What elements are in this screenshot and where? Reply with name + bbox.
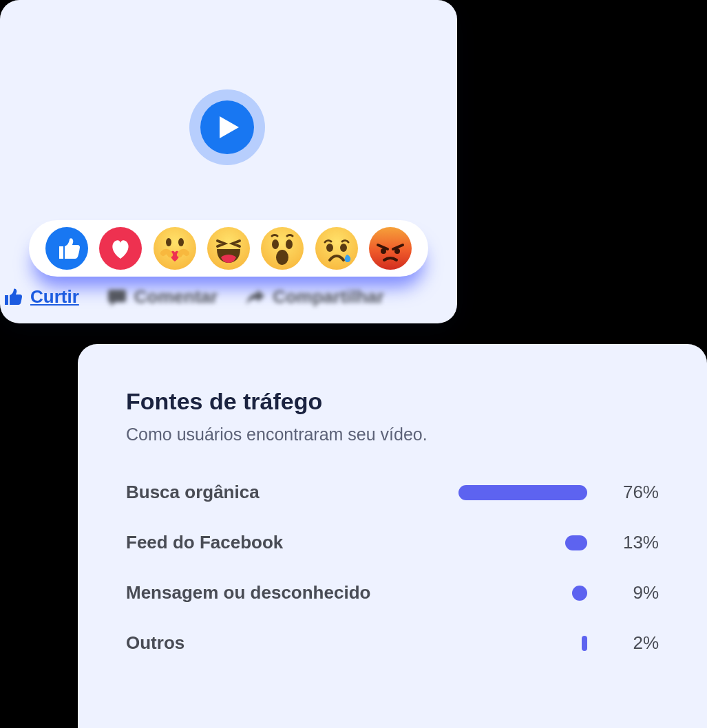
traffic-bar [418, 586, 587, 601]
traffic-bar-fill [582, 636, 587, 651]
angry-reaction-icon [369, 227, 412, 270]
svg-point-4 [178, 238, 184, 246]
reaction-like[interactable] [45, 227, 88, 270]
reaction-wow[interactable] [261, 227, 304, 270]
svg-point-7 [272, 239, 279, 249]
traffic-bar [418, 535, 587, 550]
comment-action-label: Comentar [134, 286, 218, 308]
traffic-row-label: Outros [126, 632, 401, 654]
traffic-bar [418, 636, 587, 651]
share-action[interactable]: Compartilhar [245, 286, 384, 308]
svg-point-11 [326, 244, 333, 252]
traffic-row: Busca orgânica 76% [126, 482, 659, 503]
svg-point-2 [154, 227, 196, 270]
reaction-sad[interactable] [315, 227, 358, 270]
traffic-row: Mensagem ou desconhecido 9% [126, 582, 659, 603]
like-action-label: Curtir [30, 286, 79, 308]
traffic-rows: Busca orgânica 76% Feed do Facebook 13% … [126, 482, 659, 654]
care-reaction-icon [154, 227, 196, 270]
traffic-bar [418, 485, 587, 500]
reaction-haha[interactable] [207, 227, 250, 270]
like-action[interactable]: Curtir [3, 286, 79, 308]
play-button[interactable] [189, 89, 265, 165]
traffic-row-label: Feed do Facebook [126, 532, 401, 553]
share-icon [245, 287, 266, 308]
svg-point-12 [340, 244, 347, 252]
traffic-bar-fill [565, 535, 587, 550]
svg-point-9 [276, 250, 288, 265]
traffic-row-pct: 13% [604, 532, 659, 553]
traffic-bar-fill [572, 586, 587, 601]
haha-reaction-icon [207, 227, 250, 270]
traffic-row-label: Busca orgânica [126, 482, 401, 503]
traffic-row: Outros 2% [126, 632, 659, 654]
reactions-bar [29, 220, 428, 277]
thumb-up-icon [3, 287, 23, 308]
reaction-care[interactable] [154, 227, 196, 270]
reaction-angry[interactable] [369, 227, 412, 270]
svg-point-8 [286, 239, 293, 249]
traffic-bar-fill [458, 485, 587, 500]
traffic-row-pct: 2% [604, 632, 659, 654]
traffic-title: Fontes de tráfego [126, 388, 659, 415]
svg-point-5 [207, 227, 250, 270]
traffic-row-pct: 9% [604, 582, 659, 603]
play-icon [220, 116, 239, 138]
like-reaction-icon [45, 227, 88, 270]
comment-action[interactable]: Comentar [107, 286, 218, 308]
comment-icon [107, 287, 127, 308]
video-post-card: Curtir Comentar Compartilhar [0, 0, 457, 323]
traffic-row: Feed do Facebook 13% [126, 532, 659, 553]
share-action-label: Compartilhar [273, 286, 384, 308]
traffic-row-label: Mensagem ou desconhecido [126, 582, 401, 603]
play-button-inner [200, 100, 254, 154]
svg-point-15 [394, 248, 400, 254]
traffic-row-pct: 76% [604, 482, 659, 503]
sad-reaction-icon [315, 227, 358, 270]
post-actions-row: Curtir Comentar Compartilhar [0, 286, 457, 308]
svg-point-10 [315, 227, 358, 270]
svg-point-3 [166, 238, 171, 246]
traffic-sources-card: Fontes de tráfego Como usuários encontra… [78, 344, 707, 728]
wow-reaction-icon [261, 227, 304, 270]
love-reaction-icon [99, 227, 142, 270]
svg-point-14 [381, 248, 386, 254]
reaction-love[interactable] [99, 227, 142, 270]
svg-point-13 [369, 227, 412, 270]
traffic-subtitle: Como usuários encontraram seu vídeo. [126, 425, 659, 445]
